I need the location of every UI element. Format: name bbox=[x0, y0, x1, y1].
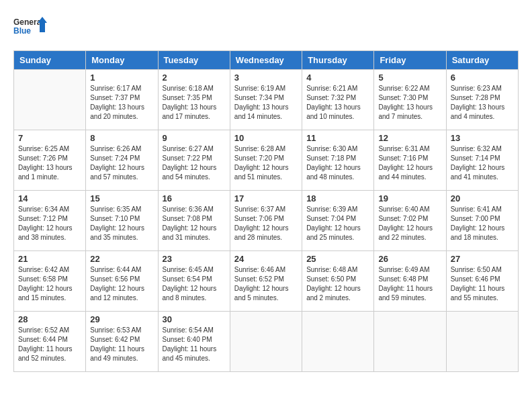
day-number: 30 bbox=[163, 314, 226, 324]
calendar-week-row: 7Sunrise: 6:25 AM Sunset: 7:26 PM Daylig… bbox=[14, 130, 519, 191]
column-header-thursday: Thursday bbox=[302, 51, 374, 70]
day-number: 24 bbox=[234, 254, 298, 264]
calendar-header-row: SundayMondayTuesdayWednesdayThursdayFrid… bbox=[14, 51, 519, 70]
day-info: Sunrise: 6:49 AM Sunset: 6:48 PM Dayligh… bbox=[378, 265, 441, 303]
day-info: Sunrise: 6:21 AM Sunset: 7:32 PM Dayligh… bbox=[306, 84, 369, 122]
day-info: Sunrise: 6:46 AM Sunset: 6:52 PM Dayligh… bbox=[234, 265, 298, 303]
calendar-cell: 2Sunrise: 6:18 AM Sunset: 7:35 PM Daylig… bbox=[158, 70, 230, 130]
day-number: 22 bbox=[90, 254, 153, 264]
calendar-cell: 25Sunrise: 6:48 AM Sunset: 6:50 PM Dayli… bbox=[302, 251, 374, 312]
column-header-monday: Monday bbox=[86, 51, 158, 70]
calendar-cell bbox=[302, 312, 374, 372]
day-info: Sunrise: 6:32 AM Sunset: 7:14 PM Dayligh… bbox=[451, 144, 514, 182]
page-header: General Blue bbox=[13, 13, 519, 44]
calendar-cell: 14Sunrise: 6:34 AM Sunset: 7:12 PM Dayli… bbox=[14, 191, 86, 251]
day-info: Sunrise: 6:48 AM Sunset: 6:50 PM Dayligh… bbox=[306, 265, 369, 303]
day-number: 6 bbox=[451, 73, 514, 83]
calendar-cell: 7Sunrise: 6:25 AM Sunset: 7:26 PM Daylig… bbox=[14, 130, 86, 191]
calendar-cell: 18Sunrise: 6:39 AM Sunset: 7:04 PM Dayli… bbox=[302, 191, 374, 251]
day-info: Sunrise: 6:53 AM Sunset: 6:42 PM Dayligh… bbox=[90, 326, 153, 363]
day-info: Sunrise: 6:36 AM Sunset: 7:08 PM Dayligh… bbox=[163, 205, 226, 242]
calendar-cell: 1Sunrise: 6:17 AM Sunset: 7:37 PM Daylig… bbox=[86, 70, 158, 130]
calendar-cell: 12Sunrise: 6:31 AM Sunset: 7:16 PM Dayli… bbox=[374, 130, 446, 191]
day-number: 23 bbox=[163, 254, 226, 264]
day-info: Sunrise: 6:25 AM Sunset: 7:26 PM Dayligh… bbox=[18, 144, 81, 182]
day-info: Sunrise: 6:18 AM Sunset: 7:35 PM Dayligh… bbox=[163, 84, 226, 122]
calendar-cell bbox=[374, 312, 446, 372]
calendar-cell: 20Sunrise: 6:41 AM Sunset: 7:00 PM Dayli… bbox=[446, 191, 518, 251]
day-number: 20 bbox=[451, 193, 514, 203]
day-number: 9 bbox=[163, 133, 226, 143]
day-info: Sunrise: 6:41 AM Sunset: 7:00 PM Dayligh… bbox=[451, 205, 514, 242]
column-header-tuesday: Tuesday bbox=[158, 51, 230, 70]
day-number: 7 bbox=[18, 133, 81, 143]
day-info: Sunrise: 6:28 AM Sunset: 7:20 PM Dayligh… bbox=[234, 144, 298, 182]
calendar-cell: 6Sunrise: 6:23 AM Sunset: 7:28 PM Daylig… bbox=[446, 70, 518, 130]
calendar-table: SundayMondayTuesdayWednesdayThursdayFrid… bbox=[13, 50, 519, 372]
day-number: 3 bbox=[234, 73, 298, 83]
day-number: 8 bbox=[90, 133, 153, 143]
logo: General Blue bbox=[13, 13, 47, 44]
day-info: Sunrise: 6:52 AM Sunset: 6:44 PM Dayligh… bbox=[18, 326, 81, 363]
column-header-saturday: Saturday bbox=[446, 51, 518, 70]
day-info: Sunrise: 6:44 AM Sunset: 6:56 PM Dayligh… bbox=[90, 265, 153, 303]
day-info: Sunrise: 6:17 AM Sunset: 7:37 PM Dayligh… bbox=[90, 84, 153, 122]
day-info: Sunrise: 6:50 AM Sunset: 6:46 PM Dayligh… bbox=[451, 265, 514, 303]
calendar-cell: 21Sunrise: 6:42 AM Sunset: 6:58 PM Dayli… bbox=[14, 251, 86, 312]
calendar-cell: 11Sunrise: 6:30 AM Sunset: 7:18 PM Dayli… bbox=[302, 130, 374, 191]
calendar-cell: 4Sunrise: 6:21 AM Sunset: 7:32 PM Daylig… bbox=[302, 70, 374, 130]
day-info: Sunrise: 6:40 AM Sunset: 7:02 PM Dayligh… bbox=[378, 205, 441, 242]
day-number: 27 bbox=[451, 254, 514, 264]
day-number: 4 bbox=[306, 73, 369, 83]
day-number: 16 bbox=[163, 193, 226, 203]
calendar-cell: 30Sunrise: 6:54 AM Sunset: 6:40 PM Dayli… bbox=[158, 312, 230, 372]
calendar-cell bbox=[14, 70, 86, 130]
calendar-cell: 19Sunrise: 6:40 AM Sunset: 7:02 PM Dayli… bbox=[374, 191, 446, 251]
column-header-wednesday: Wednesday bbox=[230, 51, 302, 70]
day-number: 5 bbox=[378, 73, 441, 83]
day-info: Sunrise: 6:23 AM Sunset: 7:28 PM Dayligh… bbox=[451, 84, 514, 122]
svg-text:Blue: Blue bbox=[13, 26, 31, 36]
day-number: 19 bbox=[378, 193, 441, 203]
calendar-cell: 9Sunrise: 6:27 AM Sunset: 7:22 PM Daylig… bbox=[158, 130, 230, 191]
calendar-cell: 8Sunrise: 6:26 AM Sunset: 7:24 PM Daylig… bbox=[86, 130, 158, 191]
calendar-cell: 24Sunrise: 6:46 AM Sunset: 6:52 PM Dayli… bbox=[230, 251, 302, 312]
calendar-cell: 28Sunrise: 6:52 AM Sunset: 6:44 PM Dayli… bbox=[14, 312, 86, 372]
day-number: 15 bbox=[90, 193, 153, 203]
calendar-week-row: 21Sunrise: 6:42 AM Sunset: 6:58 PM Dayli… bbox=[14, 251, 519, 312]
day-number: 29 bbox=[90, 314, 153, 324]
day-number: 25 bbox=[306, 254, 369, 264]
calendar-week-row: 28Sunrise: 6:52 AM Sunset: 6:44 PM Dayli… bbox=[14, 312, 519, 372]
calendar-cell: 29Sunrise: 6:53 AM Sunset: 6:42 PM Dayli… bbox=[86, 312, 158, 372]
day-number: 18 bbox=[306, 193, 369, 203]
logo-icon: General Blue bbox=[13, 13, 47, 44]
day-number: 26 bbox=[378, 254, 441, 264]
column-header-sunday: Sunday bbox=[14, 51, 86, 70]
day-number: 11 bbox=[306, 133, 369, 143]
day-number: 14 bbox=[18, 193, 81, 203]
calendar-cell: 16Sunrise: 6:36 AM Sunset: 7:08 PM Dayli… bbox=[158, 191, 230, 251]
calendar-cell: 13Sunrise: 6:32 AM Sunset: 7:14 PM Dayli… bbox=[446, 130, 518, 191]
day-info: Sunrise: 6:37 AM Sunset: 7:06 PM Dayligh… bbox=[234, 205, 298, 242]
day-number: 17 bbox=[234, 193, 298, 203]
day-number: 13 bbox=[451, 133, 514, 143]
calendar-cell: 5Sunrise: 6:22 AM Sunset: 7:30 PM Daylig… bbox=[374, 70, 446, 130]
calendar-cell: 23Sunrise: 6:45 AM Sunset: 6:54 PM Dayli… bbox=[158, 251, 230, 312]
calendar-cell: 26Sunrise: 6:49 AM Sunset: 6:48 PM Dayli… bbox=[374, 251, 446, 312]
day-info: Sunrise: 6:34 AM Sunset: 7:12 PM Dayligh… bbox=[18, 205, 81, 242]
day-info: Sunrise: 6:27 AM Sunset: 7:22 PM Dayligh… bbox=[163, 144, 226, 182]
day-number: 28 bbox=[18, 314, 81, 324]
day-number: 10 bbox=[234, 133, 298, 143]
calendar-week-row: 1Sunrise: 6:17 AM Sunset: 7:37 PM Daylig… bbox=[14, 70, 519, 130]
day-info: Sunrise: 6:45 AM Sunset: 6:54 PM Dayligh… bbox=[163, 265, 226, 303]
day-number: 21 bbox=[18, 254, 81, 264]
day-info: Sunrise: 6:22 AM Sunset: 7:30 PM Dayligh… bbox=[378, 84, 441, 122]
day-info: Sunrise: 6:30 AM Sunset: 7:18 PM Dayligh… bbox=[306, 144, 369, 182]
day-info: Sunrise: 6:42 AM Sunset: 6:58 PM Dayligh… bbox=[18, 265, 81, 303]
calendar-cell bbox=[446, 312, 518, 372]
day-info: Sunrise: 6:26 AM Sunset: 7:24 PM Dayligh… bbox=[90, 144, 153, 182]
day-info: Sunrise: 6:54 AM Sunset: 6:40 PM Dayligh… bbox=[163, 326, 226, 363]
calendar-cell: 27Sunrise: 6:50 AM Sunset: 6:46 PM Dayli… bbox=[446, 251, 518, 312]
calendar-cell bbox=[230, 312, 302, 372]
day-number: 2 bbox=[163, 73, 226, 83]
